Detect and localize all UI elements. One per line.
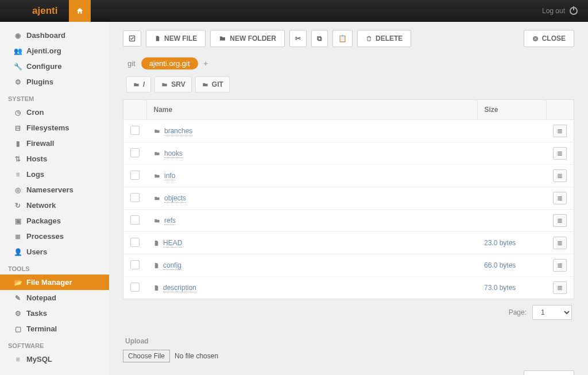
delete-button[interactable]: DELETE [357,30,411,47]
clock-icon: ◷ [14,109,22,117]
path-git[interactable]: GIT [195,76,230,92]
row-menu-button[interactable]: ≣ [553,281,567,294]
home-button[interactable] [69,0,91,22]
file-name[interactable]: HEAD [163,239,182,248]
crumb-current[interactable]: ajenti.org.git [141,57,198,69]
sidebar-item-file-manager[interactable]: 📂File Manager [0,275,109,290]
sidebar-item-dashboard[interactable]: ◉Dashboard [0,28,109,43]
sidebar-item-nameservers[interactable]: ◎Nameservers [0,182,109,198]
refresh-icon: ↻ [14,202,22,210]
sidebar: ◉Dashboard👥Ajenti.org🔧Configure⚙Plugins … [0,22,109,375]
table-row: HEAD23.0 bytes≣ [123,232,574,254]
sidebar-item-hosts[interactable]: ⇅Hosts [0,151,109,167]
row-checkbox[interactable] [130,193,140,202]
power-icon [570,7,578,15]
new-folder-button[interactable]: NEW FOLDER [210,30,285,47]
row-menu-button[interactable]: ≣ [553,237,567,249]
col-size: Size [477,100,546,120]
sidebar-item-users[interactable]: 👤Users [0,244,109,260]
pager-label: Page: [509,308,527,316]
copy-button[interactable]: ⧉ [311,30,328,47]
toolbar: NEW FILE NEW FOLDER ✂ ⧉ 📋 DELETE CLOSE [123,30,574,47]
list-icon: ≡ [14,171,22,179]
breadcrumb: git ajenti.org.git + [123,57,574,69]
file-size [477,210,546,232]
file-name[interactable]: branches [164,127,192,136]
row-menu-button[interactable]: ≣ [553,147,567,160]
sidebar-group-software: SOFTWARE [0,337,109,351]
sidebar-item-label: Cron [26,108,44,117]
row-checkbox[interactable] [130,215,140,225]
sidebar-item-label: Terminal [26,324,57,333]
sidebar-item-packages[interactable]: ▣Packages [0,213,109,229]
row-checkbox[interactable] [130,171,140,180]
sidebar-item-label: Users [26,248,47,256]
row-menu-button[interactable]: ≣ [553,192,567,204]
choose-file-button[interactable]: Choose File [123,350,170,362]
users-icon: 👤 [14,248,22,256]
crumb-add[interactable]: + [204,59,208,68]
row-checkbox[interactable] [130,126,140,135]
cut-button[interactable]: ✂ [289,30,307,47]
empty-clipboard-button[interactable]: EMPTY [524,370,574,375]
sidebar-item-label: Tasks [26,309,47,318]
sidebar-item-filesystems[interactable]: ⊟Filesystems [0,120,109,136]
folder-open-icon: 📂 [14,279,22,287]
logout-label: Log out [542,7,565,15]
folder-icon [153,128,161,134]
file-name[interactable]: refs [164,217,176,225]
cogs-icon: ⚙ [14,78,22,86]
file-name[interactable]: info [164,172,175,180]
tasks-icon: ≣ [14,233,22,241]
sidebar-item-mysql[interactable]: ≡MySQL [0,351,109,367]
select-all-button[interactable] [123,30,141,47]
file-size: 23.0 bytes [477,232,546,254]
file-name[interactable]: hooks [164,149,183,158]
sidebar-item-label: Logs [26,170,44,179]
cog-icon: ⚙ [14,310,22,318]
row-menu-button[interactable]: ≣ [553,259,567,272]
sidebar-item-label: Firewall [26,139,54,148]
sidebar-item-notepad[interactable]: ✎Notepad [0,290,109,306]
close-button[interactable]: CLOSE [524,30,574,47]
file-name[interactable]: config [163,261,181,270]
sidebar-item-tasks[interactable]: ⚙Tasks [0,306,109,321]
sidebar-item-processes[interactable]: ≣Processes [0,229,109,244]
sidebar-item-plugins[interactable]: ⚙Plugins [0,74,109,90]
sidebar-item-ajenti-org[interactable]: 👥Ajenti.org [0,43,109,59]
sidebar-item-configure[interactable]: 🔧Configure [0,59,109,74]
row-checkbox[interactable] [130,238,140,247]
pager-select[interactable]: 1 [532,305,572,320]
file-name[interactable]: description [163,284,196,292]
file-size: 66.0 bytes [477,254,546,277]
path-root[interactable]: / [126,76,151,92]
new-file-button[interactable]: NEW FILE [146,30,206,47]
sidebar-item-network[interactable]: ↻Network [0,198,109,213]
file-size [477,187,546,210]
row-menu-button[interactable]: ≣ [553,125,567,137]
pager: Page: 1 [123,299,574,326]
sidebar-item-label: Network [26,201,56,210]
sidebar-item-terminal[interactable]: ▢Terminal [0,321,109,337]
sidebar-item-firewall[interactable]: ▮Firewall [0,136,109,151]
row-checkbox[interactable] [130,283,140,292]
logout-link[interactable]: Log out [537,7,588,15]
new-folder-label: NEW FOLDER [230,34,276,42]
row-checkbox[interactable] [130,148,140,157]
path-srv[interactable]: SRV [154,76,191,92]
delete-label: DELETE [376,34,403,42]
sidebar-item-logs[interactable]: ≡Logs [0,167,109,182]
row-checkbox[interactable] [130,260,140,269]
table-row: config66.0 bytes≣ [123,254,574,277]
crumb-root[interactable]: git [127,59,136,68]
paste-button[interactable]: 📋 [332,30,353,47]
file-size [477,120,546,142]
file-table: Name Size branches≣hooks≣info≣objects≣re… [123,99,574,299]
row-menu-button[interactable]: ≣ [553,169,567,182]
sidebar-item-label: Notepad [26,293,56,302]
file-size [477,165,546,187]
sidebar-item-cron[interactable]: ◷Cron [0,105,109,120]
sidebar-item-label: MySQL [26,355,52,364]
row-menu-button[interactable]: ≣ [553,214,567,227]
file-name[interactable]: objects [164,194,186,203]
